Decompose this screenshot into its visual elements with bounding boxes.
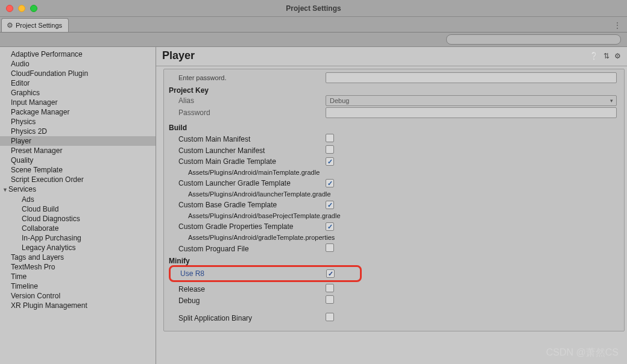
sidebar-item-label: Services <box>8 185 36 193</box>
sidebar-item-label: Editor <box>11 79 30 87</box>
sidebar-item-input-manager[interactable]: Input Manager <box>0 98 156 107</box>
sidebar-item-label: Physics 2D <box>11 127 47 136</box>
help-icon[interactable]: ❔ <box>590 52 599 60</box>
sidebar-item-label: Package Manager <box>11 108 69 116</box>
minimize-icon[interactable] <box>18 5 25 12</box>
custom-main-gradle-path: Assets/Plugins/Android/mainTemplate.grad… <box>169 169 326 176</box>
sidebar-item-label: Cloud Diagnostics <box>22 215 80 223</box>
release-label: Release <box>169 285 326 293</box>
custom-launcher-manifest-checkbox[interactable] <box>326 145 334 154</box>
password-label: Password <box>169 108 326 117</box>
sidebar-item-services[interactable]: ▼Services <box>0 184 156 195</box>
sidebar-item-label: Timeline <box>11 282 38 290</box>
sidebar-item-physics-2d[interactable]: Physics 2D <box>0 127 156 136</box>
custom-gradle-props-checkbox[interactable] <box>326 222 334 231</box>
hint-enter-password: Enter password. <box>169 74 326 81</box>
sidebar-item-label: Preset Manager <box>11 146 62 155</box>
sidebar-item-label: Physics <box>11 118 36 126</box>
custom-gradle-props-label: Custom Gradle Properties Template <box>169 222 326 231</box>
custom-base-gradle-path: Assets/Plugins/Android/baseProjectTempla… <box>169 212 326 219</box>
sidebar-item-in-app-purchasing[interactable]: In-App Purchasing <box>0 233 156 243</box>
use-r8-label: Use R8 <box>172 269 326 278</box>
sidebar-item-cloud-build[interactable]: Cloud Build <box>0 204 156 214</box>
sidebar-item-label: Collaborate <box>22 224 58 233</box>
sidebar-item-label: Time <box>11 272 27 281</box>
debug-checkbox[interactable] <box>326 295 334 304</box>
titlebar: Project Settings <box>0 0 627 17</box>
sidebar-item-preset-manager[interactable]: Preset Manager <box>0 146 156 155</box>
sidebar: Adaptive PerformanceAudioCloudFoundation… <box>0 47 156 364</box>
sidebar-item-label: Tags and Layers <box>11 253 64 262</box>
gear-icon: ⚙ <box>7 21 13 30</box>
sidebar-item-version-control[interactable]: Version Control <box>0 291 156 301</box>
alias-password-input[interactable] <box>326 107 617 118</box>
sidebar-item-player[interactable]: Player <box>0 136 156 146</box>
sidebar-item-label: Version Control <box>11 292 60 300</box>
sidebar-item-label: Graphics <box>11 89 40 97</box>
custom-launcher-manifest-label: Custom Launcher Manifest <box>169 146 326 155</box>
sidebar-item-collaborate[interactable]: Collaborate <box>0 224 156 233</box>
sidebar-item-quality[interactable]: Quality <box>0 155 156 165</box>
sidebar-item-label: CloudFoundation Plugin <box>11 69 88 78</box>
sidebar-item-label: Scene Template <box>11 166 63 174</box>
expand-icon[interactable]: ▼ <box>2 186 8 194</box>
debug-label: Debug <box>169 297 326 305</box>
custom-main-manifest-label: Custom Main Manifest <box>169 135 326 143</box>
sidebar-item-cloud-diagnostics[interactable]: Cloud Diagnostics <box>0 214 156 224</box>
custom-proguard-checkbox[interactable] <box>326 243 334 252</box>
split-app-binary-checkbox[interactable] <box>326 313 334 321</box>
minify-header: Minify <box>169 257 619 265</box>
custom-gradle-props-path: Assets/Plugins/Android/gradleTemplate.pr… <box>169 234 326 241</box>
sidebar-item-physics[interactable]: Physics <box>0 117 156 127</box>
split-app-binary-label: Split Application Binary <box>169 314 326 322</box>
kebab-menu-icon[interactable]: ⋮ <box>614 21 627 32</box>
sidebar-item-label: Player <box>11 137 31 145</box>
sidebar-item-label: Input Manager <box>11 98 57 107</box>
sidebar-item-editor[interactable]: Editor <box>0 78 156 88</box>
release-checkbox[interactable] <box>326 284 334 292</box>
sidebar-item-label: Ads <box>22 195 34 204</box>
settings-gear-icon[interactable]: ⚙ <box>614 52 621 60</box>
maximize-icon[interactable] <box>30 5 37 12</box>
sidebar-item-legacy-analytics[interactable]: Legacy Analytics <box>0 243 156 253</box>
sidebar-item-label: Legacy Analytics <box>22 243 75 252</box>
sidebar-item-ads[interactable]: Ads <box>0 195 156 204</box>
close-icon[interactable] <box>6 5 13 12</box>
custom-base-gradle-label: Custom Base Gradle Template <box>169 201 326 209</box>
build-header: Build <box>169 124 619 132</box>
custom-proguard-label: Custom Proguard File <box>169 245 326 253</box>
sidebar-item-textmesh-pro[interactable]: TextMesh Pro <box>0 262 156 272</box>
project-key-header: Project Key <box>169 86 619 95</box>
sidebar-item-time[interactable]: Time <box>0 272 156 281</box>
keystore-password-input[interactable] <box>326 72 617 83</box>
sidebar-item-scene-template[interactable]: Scene Template <box>0 165 156 175</box>
alias-dropdown[interactable]: Debug <box>326 95 617 106</box>
window-controls <box>0 5 43 12</box>
sidebar-item-timeline[interactable]: Timeline <box>0 281 156 291</box>
alias-label: Alias <box>169 96 326 105</box>
use-r8-checkbox[interactable] <box>326 269 335 278</box>
sidebar-item-label: XR Plugin Management <box>11 301 87 310</box>
sidebar-item-tags-and-layers[interactable]: Tags and Layers <box>0 253 156 262</box>
sidebar-item-adaptive-performance[interactable]: Adaptive Performance <box>0 49 156 59</box>
sidebar-item-label: Adaptive Performance <box>11 50 83 58</box>
sidebar-item-label: Script Execution Order <box>11 175 84 184</box>
sidebar-item-xr-plugin-management[interactable]: XR Plugin Management <box>0 301 156 310</box>
custom-launcher-gradle-checkbox[interactable] <box>326 179 334 187</box>
sidebar-item-package-manager[interactable]: Package Manager <box>0 107 156 117</box>
search-input[interactable] <box>446 34 621 45</box>
highlight-use-r8: Use R8 <box>169 265 362 282</box>
tab-label: Project Settings <box>16 22 62 29</box>
custom-main-gradle-checkbox[interactable] <box>326 157 334 166</box>
sidebar-item-audio[interactable]: Audio <box>0 59 156 69</box>
sidebar-item-cloudfoundation-plugin[interactable]: CloudFoundation Plugin <box>0 69 156 78</box>
presets-icon[interactable]: ⇅ <box>603 52 610 60</box>
sidebar-item-label: In-App Purchasing <box>22 234 81 242</box>
search-wrap <box>446 34 621 45</box>
custom-main-manifest-checkbox[interactable] <box>326 134 334 142</box>
sidebar-item-script-execution-order[interactable]: Script Execution Order <box>0 175 156 184</box>
tab-project-settings[interactable]: ⚙ Project Settings <box>1 18 69 32</box>
page-title: Player <box>162 49 590 62</box>
custom-base-gradle-checkbox[interactable] <box>326 201 334 209</box>
sidebar-item-graphics[interactable]: Graphics <box>0 88 156 98</box>
